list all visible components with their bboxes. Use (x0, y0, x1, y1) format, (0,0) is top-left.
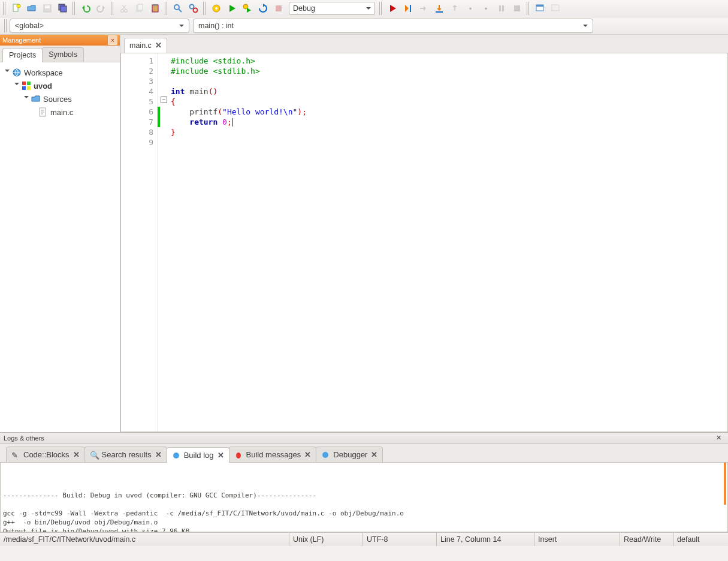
step-into-instruction-icon[interactable]: • (479, 2, 493, 15)
svg-point-33 (236, 453, 241, 459)
build-run-icon[interactable] (240, 2, 255, 15)
folder-open-icon (31, 94, 41, 104)
toolbar-grip[interactable] (203, 2, 207, 15)
copy-icon[interactable] (132, 2, 147, 15)
step-out-icon[interactable] (448, 2, 462, 15)
toolbar-grip[interactable] (527, 2, 530, 15)
tab-close-icon[interactable]: ✕ (155, 450, 162, 459)
log-tab-label: Search results (102, 450, 152, 459)
abort-icon[interactable] (271, 2, 286, 15)
tab-projects[interactable]: Projects (2, 48, 43, 62)
svg-rect-19 (436, 11, 443, 13)
log-tab-label: Code::Blocks (23, 450, 70, 459)
tab-close-icon[interactable]: ✕ (304, 450, 311, 459)
toolbar-grip[interactable] (4, 19, 8, 32)
log-tab-search[interactable]: 🔍 Search results ✕ (84, 447, 167, 462)
log-tabs: ✎ Code::Blocks ✕ 🔍 Search results ✕ Buil… (0, 444, 728, 463)
tab-symbols[interactable]: Symbols (42, 47, 84, 62)
various-info-icon[interactable] (548, 2, 563, 15)
log-tab-buildmessages[interactable]: Build messages ✕ (229, 447, 317, 462)
debugging-windows-icon[interactable] (533, 2, 547, 15)
status-path: /media/sf_FIT/C/ITNetwork/uvod/main.c (0, 533, 289, 546)
tree-workspace[interactable]: Workspace (2, 66, 117, 79)
status-mode[interactable]: Insert (534, 533, 620, 546)
tab-close-icon[interactable]: ✕ (218, 451, 224, 460)
save-icon[interactable] (40, 2, 55, 15)
toolbar-grip[interactable] (379, 2, 383, 15)
debug-run-icon[interactable] (385, 2, 400, 15)
save-all-icon[interactable] (56, 2, 70, 15)
tab-close-icon[interactable]: ✕ (155, 41, 162, 50)
svg-rect-3 (45, 5, 50, 8)
management-tabs: Projects Symbols (0, 46, 120, 62)
run-icon[interactable] (225, 2, 239, 15)
status-personality[interactable]: default (673, 533, 728, 546)
status-encoding[interactable]: UTF-8 (363, 533, 437, 546)
tab-symbols-label: Symbols (49, 50, 77, 59)
expander-icon[interactable] (23, 96, 29, 102)
break-debugger-icon[interactable] (494, 2, 509, 15)
next-instruction-icon[interactable]: • (463, 2, 478, 15)
management-close-icon[interactable]: × (108, 35, 117, 45)
build-icon[interactable] (209, 2, 223, 15)
open-file-icon[interactable] (25, 2, 39, 15)
code-content[interactable]: #include <stdio.h>#include <stdlib.h> in… (168, 53, 727, 432)
expander-icon[interactable] (13, 83, 19, 89)
scope-function-select[interactable]: main() : int (193, 19, 593, 33)
svg-point-16 (215, 7, 218, 10)
rebuild-icon[interactable] (256, 2, 270, 15)
run-to-cursor-icon[interactable] (401, 2, 415, 15)
toolbar-grip[interactable] (111, 2, 114, 15)
build-log-output[interactable]: -------------- Build: Debug in uvod (com… (0, 463, 728, 532)
new-file-icon[interactable] (9, 2, 23, 15)
find-replace-icon[interactable] (186, 2, 201, 15)
toolbar-grip[interactable] (73, 2, 76, 15)
svg-rect-25 (552, 5, 559, 11)
editor-area: main.c ✕ 123456789 − #include <stdio.h>#… (120, 35, 728, 432)
tree-sources-label: Sources (43, 95, 72, 104)
scope-function-label: main() : int (198, 22, 234, 30)
toolbar-grip[interactable] (3, 2, 7, 15)
toolbar-grip[interactable] (165, 2, 168, 15)
stop-debugger-icon[interactable] (510, 2, 524, 15)
tree-project[interactable]: uvod (2, 79, 117, 92)
pencil-icon: ✎ (11, 451, 20, 459)
editor-tab-label: main.c (129, 41, 152, 50)
main-row: Management × Projects Symbols Workspace … (0, 35, 728, 432)
svg-rect-22 (514, 5, 520, 11)
status-readwrite: Read/Write (620, 533, 673, 546)
svg-rect-28 (27, 82, 31, 85)
find-icon[interactable] (171, 2, 185, 15)
log-tab-codeblocks[interactable]: ✎ Code::Blocks ✕ (6, 447, 85, 462)
cut-icon[interactable] (117, 2, 131, 15)
build-target-select[interactable]: Debug (289, 2, 375, 15)
expander-icon[interactable] (4, 70, 10, 76)
editor-tab-main[interactable]: main.c ✕ (124, 38, 167, 53)
tab-close-icon[interactable]: ✕ (73, 450, 80, 459)
project-tree[interactable]: Workspace uvod Sources main.c (0, 62, 120, 432)
next-line-icon[interactable] (416, 2, 431, 15)
step-into-icon[interactable] (432, 2, 446, 15)
undo-icon[interactable] (78, 2, 93, 15)
workspace-icon (12, 68, 22, 77)
tree-file[interactable]: main.c (2, 105, 117, 119)
management-panel: Management × Projects Symbols Workspace … (0, 35, 120, 432)
redo-icon[interactable] (94, 2, 108, 15)
tree-sources[interactable]: Sources (2, 92, 117, 105)
build-target-label: Debug (293, 4, 315, 13)
log-tab-buildlog[interactable]: Build log ✕ (167, 447, 229, 463)
log-tab-label: Build messages (246, 450, 301, 459)
svg-rect-5 (61, 6, 67, 12)
logs-close-icon[interactable]: ✕ (716, 434, 724, 442)
log-marker (724, 463, 726, 505)
svg-point-7 (125, 10, 128, 13)
scope-global-select[interactable]: <global> (10, 19, 189, 33)
tab-close-icon[interactable]: ✕ (371, 450, 377, 459)
log-tab-debugger[interactable]: Debugger ✕ (316, 447, 383, 462)
status-eol[interactable]: Unix (LF) (289, 533, 363, 546)
paste-icon[interactable] (148, 2, 162, 15)
logs-panel: Logs & others ✕ ✎ Code::Blocks ✕ 🔍 Searc… (0, 432, 728, 532)
code-editor[interactable]: 123456789 − #include <stdio.h>#include <… (120, 53, 728, 432)
log-tab-label: Build log (184, 451, 214, 460)
svg-rect-20 (499, 5, 501, 11)
